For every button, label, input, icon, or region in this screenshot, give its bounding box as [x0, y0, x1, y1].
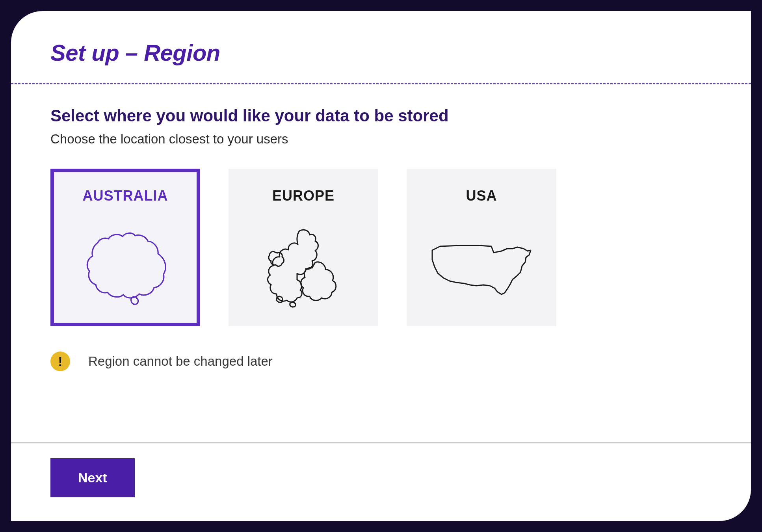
warning-text: Region cannot be changed later — [88, 354, 273, 369]
warning-icon: ! — [50, 352, 70, 371]
page-title: Set up – Region — [50, 39, 712, 66]
usa-map-icon — [407, 214, 556, 326]
content-subtitle: Select where you would like your data to… — [50, 106, 712, 125]
region-card-australia[interactable]: AUSTRALIA — [50, 169, 200, 326]
australia-map-icon — [54, 214, 197, 323]
content-description: Choose the location closest to your user… — [50, 132, 712, 147]
setup-panel: Set up – Region Select where you would l… — [11, 11, 751, 521]
footer: Next — [11, 443, 751, 521]
content: Select where you would like your data to… — [11, 84, 751, 443]
next-button[interactable]: Next — [50, 458, 135, 497]
region-label: AUSTRALIA — [83, 188, 168, 204]
region-card-europe[interactable]: EUROPE — [229, 169, 378, 326]
warning-row: ! Region cannot be changed later — [50, 352, 712, 371]
region-card-usa[interactable]: USA — [407, 169, 556, 326]
region-card-row: AUSTRALIA EUROPE — [50, 169, 712, 326]
header: Set up – Region — [11, 11, 751, 83]
europe-map-icon — [229, 214, 378, 326]
region-label: USA — [466, 188, 497, 204]
region-label: EUROPE — [272, 188, 335, 204]
